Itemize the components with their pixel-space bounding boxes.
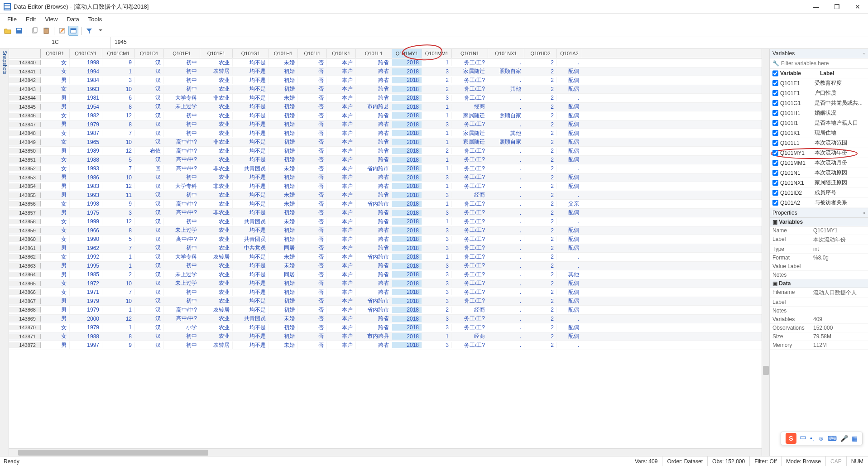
- cell[interactable]: 跨省: [356, 59, 392, 67]
- cell[interactable]: 2018: [392, 104, 422, 110]
- cell[interactable]: 1979: [70, 298, 102, 304]
- menu-tools[interactable]: Tools: [84, 14, 106, 24]
- cell[interactable]: 高中/中?: [164, 235, 200, 243]
- variable-row-Q101F1[interactable]: Q101F1户口性质: [770, 88, 868, 98]
- cell[interactable]: .: [488, 95, 524, 101]
- cell[interactable]: 男: [41, 183, 70, 190]
- cell[interactable]: 初婚: [269, 173, 298, 181]
- cell[interactable]: 家属随迁: [452, 67, 488, 75]
- cell[interactable]: 非农业: [200, 165, 233, 173]
- cell[interactable]: 务工/工?: [452, 165, 488, 173]
- cell[interactable]: 男: [41, 244, 70, 252]
- cell[interactable]: 初婚: [269, 147, 298, 155]
- cell[interactable]: 本户: [327, 77, 356, 84]
- cell[interactable]: 1: [422, 218, 452, 225]
- cell[interactable]: .: [488, 289, 524, 295]
- variable-checkbox[interactable]: [772, 190, 778, 196]
- cell[interactable]: 3: [422, 271, 452, 278]
- cell[interactable]: 男: [41, 262, 70, 269]
- cell[interactable]: 本户: [327, 332, 356, 340]
- cell[interactable]: 回: [135, 165, 164, 173]
- cell[interactable]: .: [557, 192, 582, 198]
- table-row[interactable]: 143858女199912汉初中农业共青团员未婚否本户跨省20181务工/工?.…: [9, 217, 762, 226]
- cell[interactable]: 跨省: [356, 138, 392, 146]
- cell[interactable]: 汉: [135, 341, 164, 349]
- cell[interactable]: 2: [524, 289, 557, 295]
- cell[interactable]: 1: [422, 157, 452, 163]
- cell[interactable]: 6: [102, 95, 135, 101]
- cell[interactable]: 1983: [70, 183, 102, 189]
- cell[interactable]: 3: [422, 192, 452, 198]
- cell[interactable]: 跨省: [356, 94, 392, 102]
- cell[interactable]: 2: [524, 130, 557, 136]
- cell[interactable]: 本户: [327, 226, 356, 234]
- cell[interactable]: 否: [298, 165, 327, 173]
- column-header-Q101MM1[interactable]: Q101MM1: [422, 49, 452, 58]
- cell[interactable]: 男: [41, 341, 70, 349]
- cell[interactable]: 农转居: [200, 253, 233, 261]
- row-number[interactable]: 143842: [9, 77, 41, 83]
- cell[interactable]: 配偶: [557, 112, 582, 120]
- cell[interactable]: 否: [298, 209, 327, 216]
- cell[interactable]: 2: [524, 68, 557, 75]
- row-number[interactable]: 143852: [9, 166, 41, 171]
- cell[interactable]: 同居: [269, 271, 298, 279]
- cell[interactable]: 8: [102, 104, 135, 110]
- cell[interactable]: 10: [102, 280, 135, 287]
- cell[interactable]: 农业: [200, 200, 233, 208]
- cell[interactable]: 未婚: [269, 191, 298, 199]
- cell[interactable]: 家属随迁: [452, 112, 488, 120]
- cell[interactable]: 初中: [164, 244, 200, 252]
- table-row[interactable]: 143850男198912布依高中/中?农业均不是初婚否本户跨省20182务工/…: [9, 147, 762, 156]
- cell[interactable]: 本户: [327, 191, 356, 199]
- cell[interactable]: 7: [102, 289, 135, 295]
- menu-edit[interactable]: Edit: [21, 14, 40, 24]
- cell[interactable]: 配偶: [557, 324, 582, 331]
- cell[interactable]: 2018: [392, 324, 422, 331]
- cell[interactable]: 女: [41, 85, 70, 93]
- cell[interactable]: 高中/中?: [164, 156, 200, 163]
- cell[interactable]: 2: [422, 307, 452, 313]
- cell[interactable]: 2: [524, 263, 557, 269]
- cell[interactable]: 家属随迁: [452, 130, 488, 137]
- cell[interactable]: 否: [298, 59, 327, 67]
- cell[interactable]: 7: [102, 130, 135, 136]
- cell[interactable]: 2018: [392, 192, 422, 198]
- cell[interactable]: 9: [102, 59, 135, 66]
- cell[interactable]: 初中: [164, 332, 200, 340]
- cell[interactable]: 1: [422, 59, 452, 66]
- cell[interactable]: 1986: [70, 174, 102, 181]
- cell[interactable]: 1998: [70, 201, 102, 207]
- cell[interactable]: 11: [102, 192, 135, 198]
- variable-checkbox[interactable]: [772, 130, 778, 136]
- cell[interactable]: 汉: [135, 103, 164, 110]
- cell[interactable]: 汉: [135, 130, 164, 137]
- cell[interactable]: 2: [524, 210, 557, 216]
- table-row[interactable]: 143845男19548汉未上过学农业均不是初婚否本户市内跨县20181经商.2…: [9, 103, 762, 112]
- table-row[interactable]: 143851女19885汉高中/中?农业均不是初婚否本户跨省20181务工/工?…: [9, 156, 762, 165]
- cell[interactable]: 共青团员: [233, 235, 269, 243]
- cell[interactable]: 否: [298, 341, 327, 349]
- cell[interactable]: 8: [102, 227, 135, 234]
- cell[interactable]: 经商: [452, 191, 488, 199]
- cell[interactable]: 配偶: [557, 306, 582, 314]
- cell[interactable]: 配偶: [557, 138, 582, 146]
- row-number[interactable]: 143847: [9, 122, 41, 127]
- column-header-Q101F1[interactable]: Q101F1: [200, 49, 233, 58]
- cell[interactable]: 本户: [327, 112, 356, 120]
- cell[interactable]: 共青团员: [233, 218, 269, 226]
- cell[interactable]: 2018: [392, 130, 422, 136]
- cell[interactable]: 2: [524, 236, 557, 242]
- cell[interactable]: 3: [422, 227, 452, 234]
- cell[interactable]: 汉: [135, 59, 164, 67]
- cell[interactable]: 女: [41, 324, 70, 331]
- cell[interactable]: 5: [102, 157, 135, 163]
- cell[interactable]: 跨省: [356, 244, 392, 252]
- cell[interactable]: 本户: [327, 209, 356, 216]
- cell[interactable]: 初婚: [269, 226, 298, 234]
- cell[interactable]: 男: [41, 297, 70, 305]
- table-row[interactable]: 143864男19852汉未上过学农业均不是同居否本户跨省20183务工/工?.…: [9, 270, 762, 279]
- cell[interactable]: 2: [524, 86, 557, 92]
- cell[interactable]: 初中: [164, 218, 200, 226]
- table-row[interactable]: 143856女19989汉高中/中?农业均不是未婚否本户省内跨市20181务工/…: [9, 200, 762, 209]
